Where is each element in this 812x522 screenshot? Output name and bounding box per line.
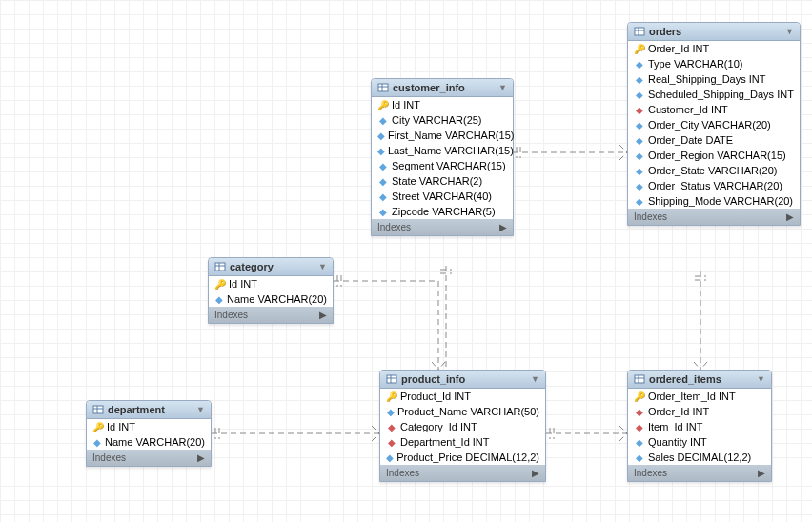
collapse-icon[interactable]: ▼: [757, 374, 765, 384]
expand-icon: ▶: [499, 222, 507, 232]
column-row: ◆Order_Status VARCHAR(20): [628, 178, 800, 193]
column-row: ◆Quantity INT: [628, 434, 771, 450]
column-row: ◆Category_Id INT: [380, 419, 545, 434]
expand-icon: ▶: [532, 468, 539, 478]
column-row: ◆Item_Id INT: [628, 419, 771, 434]
columns-category: 🔑Id INT ◆Name VARCHAR(20): [209, 276, 333, 307]
expand-icon: ▶: [786, 211, 794, 222]
column-row: ◆Order_Region VARCHAR(15): [628, 148, 800, 163]
fk-icon: ◆: [386, 437, 397, 448]
column-row: ◆Order_Id INT: [628, 404, 771, 419]
indexes-section[interactable]: Indexes▶: [628, 465, 771, 481]
col-icon: ◆: [377, 130, 385, 141]
columns-orders: 🔑Order_Id INT ◆Type VARCHAR(10) ◆Real_Sh…: [628, 41, 800, 209]
collapse-icon[interactable]: ▼: [785, 27, 794, 36]
col-icon: ◆: [634, 151, 645, 161]
svg-rect-35: [215, 263, 225, 271]
table-title: customer_info: [393, 82, 498, 93]
table-title: orders: [649, 26, 785, 37]
column-row: 🔑Order_Id INT: [628, 41, 800, 56]
col-icon: ◆: [377, 207, 389, 217]
table-header-category[interactable]: category ▼: [209, 258, 333, 276]
table-header-customer-info[interactable]: customer_info ▼: [372, 79, 513, 97]
table-category[interactable]: category ▼ 🔑Id INT ◆Name VARCHAR(20) Ind…: [208, 257, 334, 324]
table-orders[interactable]: orders ▼ 🔑Order_Id INT ◆Type VARCHAR(10)…: [627, 22, 801, 226]
column-row: ◆State VARCHAR(2): [372, 173, 513, 189]
fk-icon: ◆: [386, 422, 397, 432]
col-icon: ◆: [634, 196, 645, 207]
pk-icon: 🔑: [92, 422, 104, 432]
table-icon: [386, 373, 397, 385]
col-icon: ◆: [377, 161, 389, 171]
column-row: ◆Department_Id INT: [380, 434, 545, 450]
table-header-ordered-items[interactable]: ordered_items ▼: [628, 371, 771, 389]
indexes-section[interactable]: Indexes▶: [380, 465, 545, 481]
table-icon: [634, 373, 645, 385]
fk-icon: ◆: [634, 407, 645, 417]
table-icon: [214, 261, 226, 272]
column-row: ◆Last_Name VARCHAR(15): [372, 143, 513, 158]
columns-customer-info: 🔑Id INT ◆City VARCHAR(25) ◆First_Name VA…: [372, 97, 513, 219]
table-customer-info[interactable]: customer_info ▼ 🔑Id INT ◆City VARCHAR(25…: [371, 78, 514, 236]
column-row: ◆Product_Name VARCHAR(50): [380, 404, 545, 419]
column-row: ◆Type VARCHAR(10): [628, 56, 800, 71]
table-icon: [377, 82, 389, 93]
column-row: ◆Real_Shipping_Days INT: [628, 71, 800, 87]
pk-icon: 🔑: [214, 279, 226, 290]
col-icon: ◆: [377, 176, 389, 187]
columns-product-info: 🔑Product_Id INT ◆Product_Name VARCHAR(50…: [380, 389, 545, 465]
col-icon: ◆: [92, 437, 102, 448]
col-icon: ◆: [634, 181, 645, 191]
pk-icon: 🔑: [634, 44, 645, 54]
indexes-section[interactable]: Indexes▶: [628, 209, 800, 225]
col-icon: ◆: [634, 74, 645, 85]
expand-icon: ▶: [758, 468, 765, 478]
column-row: ◆City VARCHAR(25): [372, 112, 513, 128]
columns-department: 🔑Id INT ◆Name VARCHAR(20): [87, 419, 211, 450]
col-icon: ◆: [634, 59, 645, 70]
fk-icon: ◆: [634, 105, 645, 115]
fk-icon: ◆: [634, 422, 645, 432]
col-icon: ◆: [634, 452, 645, 463]
column-row: ◆Zipcode VARCHAR(5): [372, 204, 513, 219]
col-icon: ◆: [634, 166, 645, 176]
collapse-icon[interactable]: ▼: [196, 405, 205, 414]
col-icon: ◆: [634, 135, 645, 146]
svg-rect-32: [378, 84, 388, 91]
column-row: 🔑Id INT: [209, 276, 333, 291]
indexes-section[interactable]: Indexes▶: [372, 219, 513, 235]
svg-rect-29: [635, 28, 644, 35]
column-row: ◆Sales DECIMAL(12,2): [628, 450, 771, 465]
col-icon: ◆: [214, 294, 224, 305]
table-header-department[interactable]: department ▼: [87, 401, 211, 419]
table-product-info[interactable]: product_info ▼ 🔑Product_Id INT ◆Product_…: [379, 370, 546, 482]
column-row: ◆Name VARCHAR(20): [209, 291, 333, 307]
indexes-section[interactable]: Indexes▶: [209, 307, 333, 323]
svg-rect-44: [635, 375, 644, 383]
table-icon: [92, 404, 104, 415]
col-icon: ◆: [377, 191, 389, 202]
column-row: 🔑Order_Item_Id INT: [628, 389, 771, 404]
col-icon: ◆: [386, 407, 395, 417]
col-icon: ◆: [386, 452, 394, 463]
collapse-icon[interactable]: ▼: [498, 83, 507, 92]
column-row: ◆Scheduled_Shipping_Days INT: [628, 87, 800, 102]
table-title: ordered_items: [649, 373, 757, 385]
column-row: 🔑Product_Id INT: [380, 389, 545, 404]
expand-icon: ▶: [197, 452, 205, 463]
collapse-icon[interactable]: ▼: [531, 374, 539, 384]
column-row: ◆Order_Date DATE: [628, 132, 800, 148]
column-row: ◆First_Name VARCHAR(15): [372, 128, 513, 143]
column-row: ◆Shipping_Mode VARCHAR(20): [628, 193, 800, 209]
indexes-section[interactable]: Indexes▶: [87, 450, 211, 466]
table-header-product-info[interactable]: product_info ▼: [380, 371, 545, 389]
column-row: ◆Product_Price DECIMAL(12,2): [380, 450, 545, 465]
table-header-orders[interactable]: orders ▼: [628, 23, 800, 41]
table-ordered-items[interactable]: ordered_items ▼ 🔑Order_Item_Id INT ◆Orde…: [627, 370, 772, 482]
collapse-icon[interactable]: ▼: [318, 262, 327, 271]
column-row: ◆Order_City VARCHAR(20): [628, 117, 800, 132]
column-row: ◆Order_State VARCHAR(20): [628, 163, 800, 178]
column-row: 🔑Id INT: [372, 97, 513, 112]
col-icon: ◆: [634, 437, 645, 448]
table-department[interactable]: department ▼ 🔑Id INT ◆Name VARCHAR(20) I…: [86, 400, 212, 467]
